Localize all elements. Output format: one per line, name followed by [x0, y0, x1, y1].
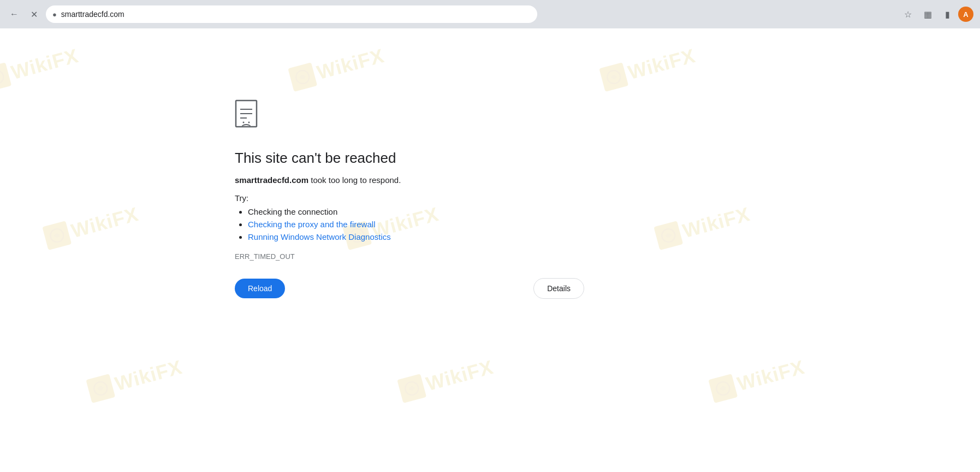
svg-point-13 [243, 122, 245, 123]
close-button[interactable]: ✕ [26, 7, 41, 22]
wikifx-text-6: WikiFX [680, 203, 752, 243]
svg-point-3 [49, 227, 65, 243]
connection-text: Checking the connection [248, 207, 337, 216]
error-domain: smarttradecfd.com [235, 175, 308, 185]
wikifx-text-2: WikiFX [314, 44, 387, 84]
browser-chrome: ← ✕ ● smarttradecfd.com ☆ ▦ ▮ A [0, 0, 980, 28]
button-row: Reload Details [235, 278, 617, 299]
wikifx-text-4: WikiFX [69, 203, 141, 243]
profile-avatar[interactable]: A [958, 7, 973, 22]
svg-point-7 [404, 380, 420, 396]
svg-point-0 [0, 69, 5, 85]
wikifx-logo-8 [397, 374, 426, 403]
error-list: Checking the connection Checking the pro… [235, 207, 617, 241]
proxy-link[interactable]: Checking the proxy and the firewall [248, 220, 375, 229]
wikifx-logo-4 [42, 221, 72, 250]
list-item-proxy[interactable]: Checking the proxy and the firewall [248, 220, 617, 229]
svg-point-8 [715, 380, 731, 396]
error-subtitle: smarttradecfd.com took too long to respo… [235, 175, 617, 185]
address-bar[interactable]: ● smarttradecfd.com [46, 5, 537, 23]
error-title: This site can't be reached [235, 150, 617, 167]
svg-point-1 [295, 69, 311, 85]
error-subtitle-text: took too long to respond. [308, 175, 401, 185]
wikifx-text-9: WikiFX [735, 356, 807, 396]
wikifx-logo-2 [288, 62, 317, 92]
wikifx-text-7: WikiFX [112, 356, 185, 396]
page-content: WikiFX WikiFX WikiFX WikiFX WikiFX [0, 28, 980, 472]
watermark-6: WikiFX [654, 202, 752, 250]
watermark-3: WikiFX [599, 44, 698, 92]
wikifx-logo-6 [654, 221, 683, 250]
wikifx-text-1: WikiFX [9, 44, 81, 84]
watermark-8: WikiFX [397, 355, 496, 403]
details-button[interactable]: Details [533, 278, 584, 299]
toolbar-right: ☆ ▦ ▮ A [899, 5, 973, 23]
reload-button[interactable]: Reload [235, 279, 285, 298]
wikifx-logo-7 [86, 374, 115, 403]
svg-point-5 [661, 227, 676, 243]
watermark-9: WikiFX [708, 355, 807, 403]
try-label: Try: [235, 193, 617, 203]
watermark-7: WikiFX [86, 355, 185, 403]
list-item-diagnostics[interactable]: Running Windows Network Diagnostics [248, 232, 617, 241]
list-item-connection: Checking the connection [248, 207, 617, 216]
extensions-button[interactable]: ▦ [919, 5, 936, 23]
lock-icon: ● [52, 10, 57, 19]
watermark-1: WikiFX [0, 44, 81, 92]
wikifx-logo-9 [708, 374, 738, 403]
url-text: smarttradecfd.com [61, 10, 124, 19]
watermark-4: WikiFX [42, 202, 141, 250]
svg-point-2 [606, 69, 622, 85]
svg-point-14 [248, 122, 250, 123]
diagnostics-link[interactable]: Running Windows Network Diagnostics [248, 232, 391, 241]
bookmark-star-button[interactable]: ☆ [899, 5, 917, 23]
error-code: ERR_TIMED_OUT [235, 252, 617, 261]
error-icon [235, 99, 263, 132]
error-container: This site can't be reached smarttradecfd… [235, 99, 617, 299]
wikifx-logo-3 [599, 62, 628, 92]
wikifx-text-3: WikiFX [626, 44, 698, 84]
watermark-2: WikiFX [288, 44, 387, 92]
back-button[interactable]: ← [7, 7, 22, 22]
wikifx-text-8: WikiFX [424, 356, 496, 396]
svg-point-6 [93, 380, 109, 396]
sidebar-button[interactable]: ▮ [939, 5, 956, 23]
wikifx-logo-1 [0, 62, 11, 92]
